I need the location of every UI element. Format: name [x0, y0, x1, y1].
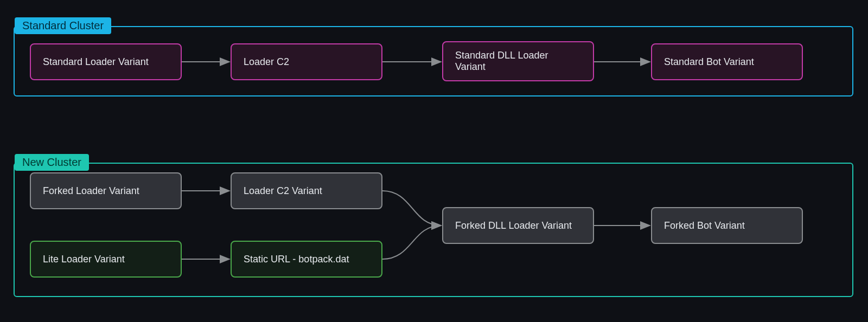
node-label: Forked Bot Variant	[664, 220, 745, 231]
cluster-new-label: New Cluster	[15, 154, 89, 171]
cluster-standard-label: Standard Cluster	[15, 17, 111, 34]
node-label: Loader C2 Variant	[244, 185, 322, 197]
node-label: Forked DLL Loader Variant	[455, 220, 572, 231]
node-forked-bot-variant: Forked Bot Variant	[651, 207, 803, 244]
node-label: Standard Bot Variant	[664, 56, 754, 68]
node-standard-dll-loader-variant: Standard DLL Loader Variant	[442, 41, 594, 81]
node-lite-loader-variant: Lite Loader Variant	[30, 241, 182, 278]
node-label: Standard Loader Variant	[43, 56, 149, 68]
node-standard-loader-variant: Standard Loader Variant	[30, 43, 182, 80]
node-forked-loader-variant: Forked Loader Variant	[30, 172, 182, 209]
node-label: Lite Loader Variant	[43, 254, 125, 265]
node-label: Forked Loader Variant	[43, 185, 139, 197]
node-standard-bot-variant: Standard Bot Variant	[651, 43, 803, 80]
node-loader-c2-variant: Loader C2 Variant	[231, 172, 382, 209]
node-static-url-botpack: Static URL - botpack.dat	[231, 241, 382, 278]
node-label: Standard DLL Loader Variant	[455, 50, 581, 73]
node-forked-dll-loader-variant: Forked DLL Loader Variant	[442, 207, 594, 244]
node-label: Static URL - botpack.dat	[244, 254, 349, 265]
node-label: Loader C2	[244, 56, 289, 68]
node-loader-c2: Loader C2	[231, 43, 382, 80]
